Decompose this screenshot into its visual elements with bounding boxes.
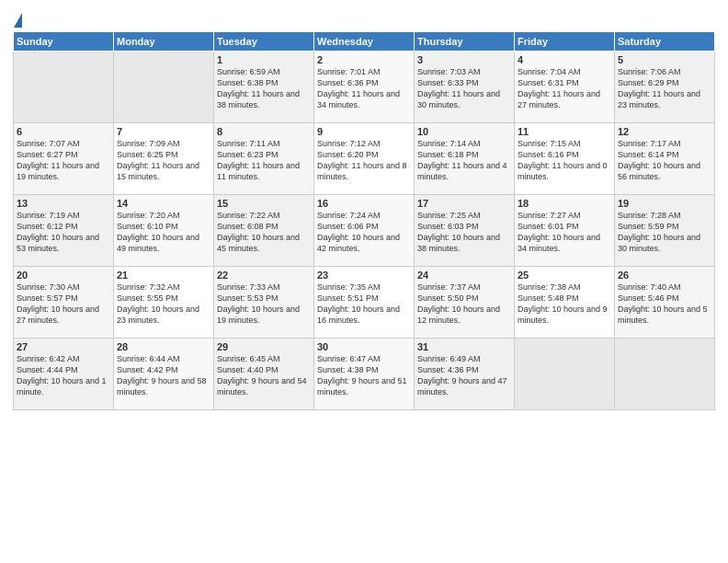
calendar-cell: 29Sunrise: 6:45 AM Sunset: 4:40 PM Dayli… — [214, 339, 314, 410]
calendar-cell: 23Sunrise: 7:35 AM Sunset: 5:51 PM Dayli… — [314, 267, 415, 339]
day-info: Sunrise: 7:28 AM Sunset: 5:59 PM Dayligh… — [618, 210, 711, 255]
day-info: Sunrise: 7:11 AM Sunset: 6:23 PM Dayligh… — [217, 138, 311, 183]
day-info: Sunrise: 7:24 AM Sunset: 6:06 PM Dayligh… — [317, 210, 411, 255]
calendar-container: SundayMondayTuesdayWednesdayThursdayFrid… — [0, 0, 728, 416]
day-number: 27 — [17, 341, 110, 352]
weekday-header: Thursday — [415, 32, 515, 52]
day-info: Sunrise: 7:17 AM Sunset: 6:14 PM Dayligh… — [618, 138, 711, 183]
calendar-cell: 26Sunrise: 7:40 AM Sunset: 5:46 PM Dayli… — [615, 267, 715, 339]
calendar-cell — [14, 52, 114, 123]
calendar-cell: 7Sunrise: 7:09 AM Sunset: 6:25 PM Daylig… — [114, 123, 214, 195]
calendar-cell: 13Sunrise: 7:19 AM Sunset: 6:12 PM Dayli… — [14, 195, 114, 267]
calendar-cell: 5Sunrise: 7:06 AM Sunset: 6:29 PM Daylig… — [615, 52, 715, 123]
day-info: Sunrise: 7:40 AM Sunset: 5:46 PM Dayligh… — [618, 282, 711, 327]
day-number: 13 — [17, 198, 110, 209]
calendar-cell — [515, 339, 615, 410]
calendar-cell: 27Sunrise: 6:42 AM Sunset: 4:44 PM Dayli… — [14, 339, 114, 410]
day-number: 5 — [618, 54, 711, 65]
day-number: 29 — [217, 341, 311, 352]
day-number: 11 — [518, 126, 611, 137]
calendar-cell: 20Sunrise: 7:30 AM Sunset: 5:57 PM Dayli… — [14, 267, 114, 339]
day-number: 10 — [417, 126, 511, 137]
day-info: Sunrise: 6:59 AM Sunset: 6:38 PM Dayligh… — [217, 66, 311, 111]
calendar-cell — [114, 52, 214, 123]
calendar-cell: 2Sunrise: 7:01 AM Sunset: 6:36 PM Daylig… — [314, 52, 415, 123]
calendar-cell: 3Sunrise: 7:03 AM Sunset: 6:33 PM Daylig… — [415, 52, 515, 123]
day-info: Sunrise: 7:25 AM Sunset: 6:03 PM Dayligh… — [417, 210, 511, 255]
day-info: Sunrise: 6:45 AM Sunset: 4:40 PM Dayligh… — [217, 353, 311, 398]
calendar-cell: 19Sunrise: 7:28 AM Sunset: 5:59 PM Dayli… — [615, 195, 715, 267]
day-number: 4 — [518, 54, 611, 65]
calendar-cell: 8Sunrise: 7:11 AM Sunset: 6:23 PM Daylig… — [214, 123, 314, 195]
calendar-cell: 11Sunrise: 7:15 AM Sunset: 6:16 PM Dayli… — [515, 123, 615, 195]
day-info: Sunrise: 6:47 AM Sunset: 4:38 PM Dayligh… — [317, 353, 411, 398]
day-info: Sunrise: 7:03 AM Sunset: 6:33 PM Dayligh… — [417, 66, 511, 111]
calendar-cell: 14Sunrise: 7:20 AM Sunset: 6:10 PM Dayli… — [114, 195, 214, 267]
calendar-cell: 17Sunrise: 7:25 AM Sunset: 6:03 PM Dayli… — [415, 195, 515, 267]
weekday-header: Monday — [114, 32, 214, 52]
calendar-cell: 28Sunrise: 6:44 AM Sunset: 4:42 PM Dayli… — [114, 339, 214, 410]
calendar-cell: 6Sunrise: 7:07 AM Sunset: 6:27 PM Daylig… — [14, 123, 114, 195]
day-info: Sunrise: 7:33 AM Sunset: 5:53 PM Dayligh… — [217, 282, 311, 327]
day-number: 6 — [17, 126, 110, 137]
day-number: 21 — [117, 270, 210, 281]
logo — [13, 13, 22, 28]
day-info: Sunrise: 7:04 AM Sunset: 6:31 PM Dayligh… — [518, 66, 611, 111]
day-number: 24 — [417, 270, 511, 281]
day-number: 20 — [17, 270, 110, 281]
day-number: 19 — [618, 198, 711, 209]
day-number: 7 — [117, 126, 210, 137]
day-info: Sunrise: 7:15 AM Sunset: 6:16 PM Dayligh… — [518, 138, 611, 183]
day-number: 1 — [217, 54, 311, 65]
day-number: 30 — [317, 341, 411, 352]
calendar-table: SundayMondayTuesdayWednesdayThursdayFrid… — [13, 31, 715, 410]
day-info: Sunrise: 7:06 AM Sunset: 6:29 PM Dayligh… — [618, 66, 711, 111]
header — [13, 9, 715, 28]
day-info: Sunrise: 7:38 AM Sunset: 5:48 PM Dayligh… — [518, 282, 611, 327]
calendar-cell: 25Sunrise: 7:38 AM Sunset: 5:48 PM Dayli… — [515, 267, 615, 339]
day-number: 8 — [217, 126, 311, 137]
day-info: Sunrise: 7:37 AM Sunset: 5:50 PM Dayligh… — [417, 282, 511, 327]
logo-triangle-icon — [14, 13, 22, 28]
day-info: Sunrise: 7:22 AM Sunset: 6:08 PM Dayligh… — [217, 210, 311, 255]
day-number: 2 — [317, 54, 411, 65]
day-number: 18 — [518, 198, 611, 209]
day-number: 22 — [217, 270, 311, 281]
day-info: Sunrise: 7:01 AM Sunset: 6:36 PM Dayligh… — [317, 66, 411, 111]
day-info: Sunrise: 7:07 AM Sunset: 6:27 PM Dayligh… — [17, 138, 110, 183]
weekday-header: Friday — [515, 32, 615, 52]
weekday-header: Tuesday — [214, 32, 314, 52]
day-info: Sunrise: 7:19 AM Sunset: 6:12 PM Dayligh… — [17, 210, 110, 255]
day-number: 17 — [417, 198, 511, 209]
day-info: Sunrise: 7:20 AM Sunset: 6:10 PM Dayligh… — [117, 210, 210, 255]
day-info: Sunrise: 7:12 AM Sunset: 6:20 PM Dayligh… — [317, 138, 411, 183]
day-number: 23 — [317, 270, 411, 281]
calendar-cell: 16Sunrise: 7:24 AM Sunset: 6:06 PM Dayli… — [314, 195, 415, 267]
day-number: 25 — [518, 270, 611, 281]
calendar-cell: 21Sunrise: 7:32 AM Sunset: 5:55 PM Dayli… — [114, 267, 214, 339]
calendar-cell: 30Sunrise: 6:47 AM Sunset: 4:38 PM Dayli… — [314, 339, 415, 410]
day-number: 28 — [117, 341, 210, 352]
day-info: Sunrise: 7:32 AM Sunset: 5:55 PM Dayligh… — [117, 282, 210, 327]
calendar-cell: 1Sunrise: 6:59 AM Sunset: 6:38 PM Daylig… — [214, 52, 314, 123]
day-number: 3 — [417, 54, 511, 65]
calendar-cell: 18Sunrise: 7:27 AM Sunset: 6:01 PM Dayli… — [515, 195, 615, 267]
day-number: 16 — [317, 198, 411, 209]
day-number: 15 — [217, 198, 311, 209]
weekday-header: Saturday — [615, 32, 715, 52]
day-info: Sunrise: 6:42 AM Sunset: 4:44 PM Dayligh… — [17, 353, 110, 398]
weekday-header: Sunday — [14, 32, 114, 52]
day-number: 14 — [117, 198, 210, 209]
calendar-cell: 22Sunrise: 7:33 AM Sunset: 5:53 PM Dayli… — [214, 267, 314, 339]
day-info: Sunrise: 6:44 AM Sunset: 4:42 PM Dayligh… — [117, 353, 210, 398]
calendar-cell: 12Sunrise: 7:17 AM Sunset: 6:14 PM Dayli… — [615, 123, 715, 195]
day-info: Sunrise: 7:14 AM Sunset: 6:18 PM Dayligh… — [417, 138, 511, 183]
calendar-cell: 15Sunrise: 7:22 AM Sunset: 6:08 PM Dayli… — [214, 195, 314, 267]
day-number: 9 — [317, 126, 411, 137]
calendar-cell: 31Sunrise: 6:49 AM Sunset: 4:36 PM Dayli… — [415, 339, 515, 410]
day-info: Sunrise: 7:09 AM Sunset: 6:25 PM Dayligh… — [117, 138, 210, 183]
calendar-cell: 10Sunrise: 7:14 AM Sunset: 6:18 PM Dayli… — [415, 123, 515, 195]
day-info: Sunrise: 7:30 AM Sunset: 5:57 PM Dayligh… — [17, 282, 110, 327]
day-info: Sunrise: 7:35 AM Sunset: 5:51 PM Dayligh… — [317, 282, 411, 327]
calendar-cell: 24Sunrise: 7:37 AM Sunset: 5:50 PM Dayli… — [415, 267, 515, 339]
